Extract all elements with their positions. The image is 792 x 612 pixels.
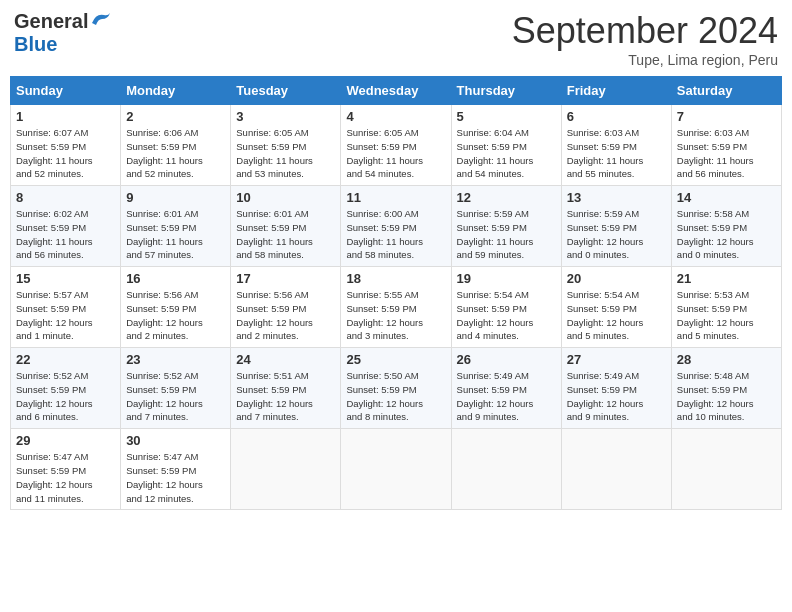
- calendar-cell-5-1: 29Sunrise: 5:47 AM Sunset: 5:59 PM Dayli…: [11, 429, 121, 510]
- day-info: Sunrise: 6:00 AM Sunset: 5:59 PM Dayligh…: [346, 207, 445, 262]
- day-number: 28: [677, 352, 776, 367]
- day-number: 27: [567, 352, 666, 367]
- day-info: Sunrise: 5:56 AM Sunset: 5:59 PM Dayligh…: [236, 288, 335, 343]
- calendar-cell-5-6: [561, 429, 671, 510]
- calendar-cell-3-6: 20Sunrise: 5:54 AM Sunset: 5:59 PM Dayli…: [561, 267, 671, 348]
- calendar-cell-4-7: 28Sunrise: 5:48 AM Sunset: 5:59 PM Dayli…: [671, 348, 781, 429]
- day-number: 18: [346, 271, 445, 286]
- calendar-cell-1-4: 4Sunrise: 6:05 AM Sunset: 5:59 PM Daylig…: [341, 105, 451, 186]
- calendar-cell-2-6: 13Sunrise: 5:59 AM Sunset: 5:59 PM Dayli…: [561, 186, 671, 267]
- day-info: Sunrise: 5:53 AM Sunset: 5:59 PM Dayligh…: [677, 288, 776, 343]
- calendar-cell-4-5: 26Sunrise: 5:49 AM Sunset: 5:59 PM Dayli…: [451, 348, 561, 429]
- day-info: Sunrise: 5:49 AM Sunset: 5:59 PM Dayligh…: [567, 369, 666, 424]
- day-number: 20: [567, 271, 666, 286]
- day-info: Sunrise: 5:48 AM Sunset: 5:59 PM Dayligh…: [677, 369, 776, 424]
- calendar-cell-1-7: 7Sunrise: 6:03 AM Sunset: 5:59 PM Daylig…: [671, 105, 781, 186]
- calendar-cell-1-5: 5Sunrise: 6:04 AM Sunset: 5:59 PM Daylig…: [451, 105, 561, 186]
- day-info: Sunrise: 5:49 AM Sunset: 5:59 PM Dayligh…: [457, 369, 556, 424]
- calendar-cell-3-1: 15Sunrise: 5:57 AM Sunset: 5:59 PM Dayli…: [11, 267, 121, 348]
- header-sunday: Sunday: [11, 77, 121, 105]
- calendar-week-3: 15Sunrise: 5:57 AM Sunset: 5:59 PM Dayli…: [11, 267, 782, 348]
- day-info: Sunrise: 5:52 AM Sunset: 5:59 PM Dayligh…: [16, 369, 115, 424]
- day-info: Sunrise: 5:59 AM Sunset: 5:59 PM Dayligh…: [567, 207, 666, 262]
- logo-bird-icon: [90, 11, 112, 29]
- logo: General Blue: [14, 10, 112, 56]
- day-info: Sunrise: 6:05 AM Sunset: 5:59 PM Dayligh…: [236, 126, 335, 181]
- day-number: 9: [126, 190, 225, 205]
- calendar-week-2: 8Sunrise: 6:02 AM Sunset: 5:59 PM Daylig…: [11, 186, 782, 267]
- calendar-week-4: 22Sunrise: 5:52 AM Sunset: 5:59 PM Dayli…: [11, 348, 782, 429]
- day-number: 24: [236, 352, 335, 367]
- calendar-cell-4-4: 25Sunrise: 5:50 AM Sunset: 5:59 PM Dayli…: [341, 348, 451, 429]
- day-number: 17: [236, 271, 335, 286]
- day-number: 7: [677, 109, 776, 124]
- calendar-header: Sunday Monday Tuesday Wednesday Thursday…: [11, 77, 782, 105]
- calendar-cell-2-2: 9Sunrise: 6:01 AM Sunset: 5:59 PM Daylig…: [121, 186, 231, 267]
- calendar-week-1: 1Sunrise: 6:07 AM Sunset: 5:59 PM Daylig…: [11, 105, 782, 186]
- day-number: 15: [16, 271, 115, 286]
- day-info: Sunrise: 6:01 AM Sunset: 5:59 PM Dayligh…: [236, 207, 335, 262]
- day-info: Sunrise: 5:50 AM Sunset: 5:59 PM Dayligh…: [346, 369, 445, 424]
- calendar-cell-1-1: 1Sunrise: 6:07 AM Sunset: 5:59 PM Daylig…: [11, 105, 121, 186]
- calendar-cell-3-5: 19Sunrise: 5:54 AM Sunset: 5:59 PM Dayli…: [451, 267, 561, 348]
- day-info: Sunrise: 5:54 AM Sunset: 5:59 PM Dayligh…: [567, 288, 666, 343]
- header-monday: Monday: [121, 77, 231, 105]
- day-number: 14: [677, 190, 776, 205]
- calendar-week-5: 29Sunrise: 5:47 AM Sunset: 5:59 PM Dayli…: [11, 429, 782, 510]
- calendar-cell-2-4: 11Sunrise: 6:00 AM Sunset: 5:59 PM Dayli…: [341, 186, 451, 267]
- calendar-cell-3-7: 21Sunrise: 5:53 AM Sunset: 5:59 PM Dayli…: [671, 267, 781, 348]
- calendar-cell-1-6: 6Sunrise: 6:03 AM Sunset: 5:59 PM Daylig…: [561, 105, 671, 186]
- day-number: 8: [16, 190, 115, 205]
- calendar-body: 1Sunrise: 6:07 AM Sunset: 5:59 PM Daylig…: [11, 105, 782, 510]
- calendar-cell-3-3: 17Sunrise: 5:56 AM Sunset: 5:59 PM Dayli…: [231, 267, 341, 348]
- day-info: Sunrise: 6:03 AM Sunset: 5:59 PM Dayligh…: [677, 126, 776, 181]
- day-number: 4: [346, 109, 445, 124]
- day-info: Sunrise: 6:04 AM Sunset: 5:59 PM Dayligh…: [457, 126, 556, 181]
- calendar-table: Sunday Monday Tuesday Wednesday Thursday…: [10, 76, 782, 510]
- day-number: 13: [567, 190, 666, 205]
- day-info: Sunrise: 6:05 AM Sunset: 5:59 PM Dayligh…: [346, 126, 445, 181]
- day-info: Sunrise: 5:47 AM Sunset: 5:59 PM Dayligh…: [16, 450, 115, 505]
- calendar-cell-5-5: [451, 429, 561, 510]
- day-number: 25: [346, 352, 445, 367]
- day-info: Sunrise: 6:01 AM Sunset: 5:59 PM Dayligh…: [126, 207, 225, 262]
- header-thursday: Thursday: [451, 77, 561, 105]
- day-number: 12: [457, 190, 556, 205]
- calendar-cell-1-2: 2Sunrise: 6:06 AM Sunset: 5:59 PM Daylig…: [121, 105, 231, 186]
- day-number: 10: [236, 190, 335, 205]
- logo-general-text: General: [14, 10, 88, 33]
- day-number: 23: [126, 352, 225, 367]
- calendar-cell-4-6: 27Sunrise: 5:49 AM Sunset: 5:59 PM Dayli…: [561, 348, 671, 429]
- day-number: 19: [457, 271, 556, 286]
- day-number: 2: [126, 109, 225, 124]
- day-number: 5: [457, 109, 556, 124]
- day-number: 22: [16, 352, 115, 367]
- calendar-cell-5-7: [671, 429, 781, 510]
- header-row: Sunday Monday Tuesday Wednesday Thursday…: [11, 77, 782, 105]
- day-number: 16: [126, 271, 225, 286]
- day-number: 26: [457, 352, 556, 367]
- day-info: Sunrise: 5:47 AM Sunset: 5:59 PM Dayligh…: [126, 450, 225, 505]
- header-wednesday: Wednesday: [341, 77, 451, 105]
- calendar-cell-4-1: 22Sunrise: 5:52 AM Sunset: 5:59 PM Dayli…: [11, 348, 121, 429]
- calendar-cell-2-3: 10Sunrise: 6:01 AM Sunset: 5:59 PM Dayli…: [231, 186, 341, 267]
- calendar-cell-5-4: [341, 429, 451, 510]
- day-info: Sunrise: 5:58 AM Sunset: 5:59 PM Dayligh…: [677, 207, 776, 262]
- title-section: September 2024 Tupe, Lima region, Peru: [512, 10, 778, 68]
- day-info: Sunrise: 5:59 AM Sunset: 5:59 PM Dayligh…: [457, 207, 556, 262]
- day-number: 1: [16, 109, 115, 124]
- day-info: Sunrise: 5:56 AM Sunset: 5:59 PM Dayligh…: [126, 288, 225, 343]
- day-number: 30: [126, 433, 225, 448]
- day-info: Sunrise: 5:54 AM Sunset: 5:59 PM Dayligh…: [457, 288, 556, 343]
- calendar-cell-3-2: 16Sunrise: 5:56 AM Sunset: 5:59 PM Dayli…: [121, 267, 231, 348]
- calendar-cell-1-3: 3Sunrise: 6:05 AM Sunset: 5:59 PM Daylig…: [231, 105, 341, 186]
- calendar-cell-4-3: 24Sunrise: 5:51 AM Sunset: 5:59 PM Dayli…: [231, 348, 341, 429]
- calendar-cell-4-2: 23Sunrise: 5:52 AM Sunset: 5:59 PM Dayli…: [121, 348, 231, 429]
- day-info: Sunrise: 5:51 AM Sunset: 5:59 PM Dayligh…: [236, 369, 335, 424]
- day-info: Sunrise: 5:57 AM Sunset: 5:59 PM Dayligh…: [16, 288, 115, 343]
- calendar-cell-3-4: 18Sunrise: 5:55 AM Sunset: 5:59 PM Dayli…: [341, 267, 451, 348]
- header-saturday: Saturday: [671, 77, 781, 105]
- header-tuesday: Tuesday: [231, 77, 341, 105]
- day-info: Sunrise: 6:07 AM Sunset: 5:59 PM Dayligh…: [16, 126, 115, 181]
- calendar-cell-2-7: 14Sunrise: 5:58 AM Sunset: 5:59 PM Dayli…: [671, 186, 781, 267]
